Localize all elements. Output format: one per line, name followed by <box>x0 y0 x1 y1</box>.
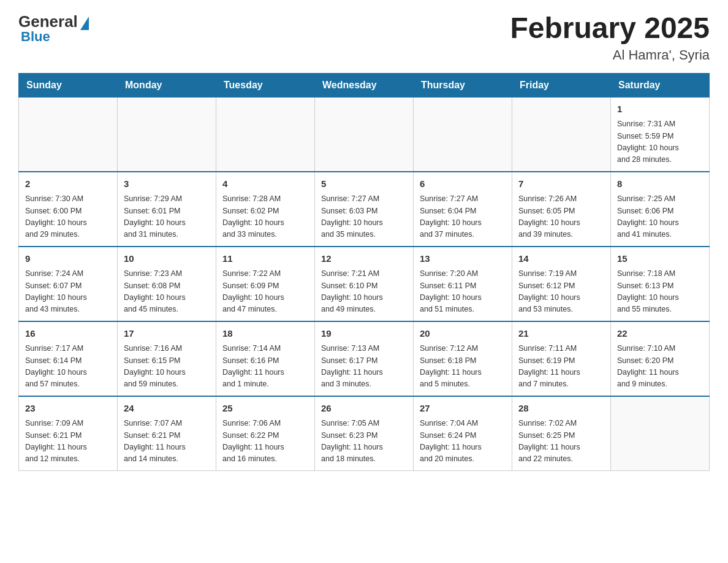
day-number: 1 <box>617 102 703 117</box>
calendar-cell: 6Sunrise: 7:27 AMSunset: 6:04 PMDaylight… <box>414 172 512 247</box>
day-info: Sunrise: 7:19 AMSunset: 6:12 PMDaylight:… <box>518 268 604 316</box>
calendar-cell: 28Sunrise: 7:02 AMSunset: 6:25 PMDayligh… <box>512 396 611 471</box>
calendar-cell: 19Sunrise: 7:13 AMSunset: 6:17 PMDayligh… <box>315 321 414 396</box>
day-info: Sunrise: 7:26 AMSunset: 6:05 PMDaylight:… <box>518 193 604 241</box>
day-number: 28 <box>518 402 604 416</box>
day-info: Sunrise: 7:04 AMSunset: 6:24 PMDaylight:… <box>420 418 506 465</box>
day-info: Sunrise: 7:22 AMSunset: 6:09 PMDaylight:… <box>222 268 308 316</box>
day-info: Sunrise: 7:07 AMSunset: 6:21 PMDaylight:… <box>124 418 210 465</box>
calendar-cell: 1Sunrise: 7:31 AMSunset: 5:59 PMDaylight… <box>611 97 710 172</box>
calendar-cell: 11Sunrise: 7:22 AMSunset: 6:09 PMDayligh… <box>216 247 315 321</box>
calendar-cell: 23Sunrise: 7:09 AMSunset: 6:21 PMDayligh… <box>19 396 118 471</box>
day-info: Sunrise: 7:10 AMSunset: 6:20 PMDaylight:… <box>617 343 703 391</box>
logo-blue-text: Blue <box>21 29 50 45</box>
day-number: 22 <box>617 327 703 341</box>
day-info: Sunrise: 7:11 AMSunset: 6:19 PMDaylight:… <box>518 343 604 391</box>
calendar-cell <box>118 97 216 172</box>
day-info: Sunrise: 7:24 AMSunset: 6:07 PMDaylight:… <box>25 268 111 316</box>
week-row-1: 1Sunrise: 7:31 AMSunset: 5:59 PMDaylight… <box>19 97 710 172</box>
day-number: 4 <box>222 177 308 191</box>
calendar-cell: 13Sunrise: 7:20 AMSunset: 6:11 PMDayligh… <box>414 247 512 321</box>
calendar-cell: 9Sunrise: 7:24 AMSunset: 6:07 PMDaylight… <box>19 247 118 321</box>
day-number: 10 <box>124 252 210 266</box>
week-row-3: 9Sunrise: 7:24 AMSunset: 6:07 PMDaylight… <box>19 247 710 321</box>
weekday-header-row: SundayMondayTuesdayWednesdayThursdayFrid… <box>19 73 710 97</box>
day-info: Sunrise: 7:28 AMSunset: 6:02 PMDaylight:… <box>222 193 308 241</box>
day-number: 6 <box>420 177 506 191</box>
day-number: 8 <box>617 177 703 191</box>
calendar-cell: 20Sunrise: 7:12 AMSunset: 6:18 PMDayligh… <box>414 321 512 396</box>
day-number: 18 <box>222 327 308 341</box>
day-info: Sunrise: 7:21 AMSunset: 6:10 PMDaylight:… <box>321 268 407 316</box>
day-number: 2 <box>25 177 111 191</box>
day-info: Sunrise: 7:16 AMSunset: 6:15 PMDaylight:… <box>124 343 210 391</box>
day-number: 9 <box>25 252 111 266</box>
day-info: Sunrise: 7:20 AMSunset: 6:11 PMDaylight:… <box>420 268 506 316</box>
calendar-cell: 10Sunrise: 7:23 AMSunset: 6:08 PMDayligh… <box>118 247 216 321</box>
weekday-header-thursday: Thursday <box>414 73 512 97</box>
calendar-cell: 25Sunrise: 7:06 AMSunset: 6:22 PMDayligh… <box>216 396 315 471</box>
calendar-cell <box>512 97 611 172</box>
day-number: 27 <box>420 402 506 416</box>
day-info: Sunrise: 7:05 AMSunset: 6:23 PMDaylight:… <box>321 418 407 465</box>
day-number: 19 <box>321 327 407 341</box>
logo-triangle-icon <box>80 17 89 30</box>
calendar-cell: 4Sunrise: 7:28 AMSunset: 6:02 PMDaylight… <box>216 172 315 247</box>
calendar-cell: 24Sunrise: 7:07 AMSunset: 6:21 PMDayligh… <box>118 396 216 471</box>
day-info: Sunrise: 7:30 AMSunset: 6:00 PMDaylight:… <box>25 193 111 241</box>
day-info: Sunrise: 7:02 AMSunset: 6:25 PMDaylight:… <box>518 418 604 465</box>
calendar-cell <box>19 97 118 172</box>
day-info: Sunrise: 7:06 AMSunset: 6:22 PMDaylight:… <box>222 418 308 465</box>
calendar-cell: 8Sunrise: 7:25 AMSunset: 6:06 PMDaylight… <box>611 172 710 247</box>
location-title: Al Hamra', Syria <box>510 47 710 63</box>
day-number: 21 <box>518 327 604 341</box>
calendar-cell <box>414 97 512 172</box>
title-area: February 2025 Al Hamra', Syria <box>510 12 710 63</box>
day-number: 13 <box>420 252 506 266</box>
day-number: 25 <box>222 402 308 416</box>
logo: General Blue <box>18 12 89 45</box>
calendar-cell <box>611 396 710 471</box>
weekday-header-friday: Friday <box>512 73 611 97</box>
day-info: Sunrise: 7:12 AMSunset: 6:18 PMDaylight:… <box>420 343 506 391</box>
day-number: 14 <box>518 252 604 266</box>
day-number: 5 <box>321 177 407 191</box>
day-number: 24 <box>124 402 210 416</box>
day-number: 23 <box>25 402 111 416</box>
weekday-header-monday: Monday <box>118 73 216 97</box>
calendar-cell: 2Sunrise: 7:30 AMSunset: 6:00 PMDaylight… <box>19 172 118 247</box>
weekday-header-tuesday: Tuesday <box>216 73 315 97</box>
day-number: 3 <box>124 177 210 191</box>
calendar-cell: 17Sunrise: 7:16 AMSunset: 6:15 PMDayligh… <box>118 321 216 396</box>
day-info: Sunrise: 7:13 AMSunset: 6:17 PMDaylight:… <box>321 343 407 391</box>
day-info: Sunrise: 7:23 AMSunset: 6:08 PMDaylight:… <box>124 268 210 316</box>
calendar-cell: 3Sunrise: 7:29 AMSunset: 6:01 PMDaylight… <box>118 172 216 247</box>
weekday-header-wednesday: Wednesday <box>315 73 414 97</box>
day-info: Sunrise: 7:27 AMSunset: 6:04 PMDaylight:… <box>420 193 506 241</box>
day-info: Sunrise: 7:29 AMSunset: 6:01 PMDaylight:… <box>124 193 210 241</box>
day-info: Sunrise: 7:09 AMSunset: 6:21 PMDaylight:… <box>25 418 111 465</box>
day-info: Sunrise: 7:14 AMSunset: 6:16 PMDaylight:… <box>222 343 308 391</box>
month-title: February 2025 <box>510 12 710 45</box>
calendar-cell: 15Sunrise: 7:18 AMSunset: 6:13 PMDayligh… <box>611 247 710 321</box>
day-info: Sunrise: 7:17 AMSunset: 6:14 PMDaylight:… <box>25 343 111 391</box>
calendar-cell: 5Sunrise: 7:27 AMSunset: 6:03 PMDaylight… <box>315 172 414 247</box>
calendar-cell: 26Sunrise: 7:05 AMSunset: 6:23 PMDayligh… <box>315 396 414 471</box>
calendar-cell: 22Sunrise: 7:10 AMSunset: 6:20 PMDayligh… <box>611 321 710 396</box>
day-number: 12 <box>321 252 407 266</box>
weekday-header-saturday: Saturday <box>611 73 710 97</box>
calendar-cell: 18Sunrise: 7:14 AMSunset: 6:16 PMDayligh… <box>216 321 315 396</box>
day-number: 11 <box>222 252 308 266</box>
calendar-cell: 14Sunrise: 7:19 AMSunset: 6:12 PMDayligh… <box>512 247 611 321</box>
calendar-cell: 21Sunrise: 7:11 AMSunset: 6:19 PMDayligh… <box>512 321 611 396</box>
day-info: Sunrise: 7:31 AMSunset: 5:59 PMDaylight:… <box>617 118 703 166</box>
week-row-4: 16Sunrise: 7:17 AMSunset: 6:14 PMDayligh… <box>19 321 710 396</box>
calendar-table: SundayMondayTuesdayWednesdayThursdayFrid… <box>18 73 710 471</box>
calendar-cell <box>216 97 315 172</box>
day-number: 7 <box>518 177 604 191</box>
day-info: Sunrise: 7:25 AMSunset: 6:06 PMDaylight:… <box>617 193 703 241</box>
day-number: 26 <box>321 402 407 416</box>
week-row-5: 23Sunrise: 7:09 AMSunset: 6:21 PMDayligh… <box>19 396 710 471</box>
weekday-header-sunday: Sunday <box>19 73 118 97</box>
calendar-cell: 7Sunrise: 7:26 AMSunset: 6:05 PMDaylight… <box>512 172 611 247</box>
